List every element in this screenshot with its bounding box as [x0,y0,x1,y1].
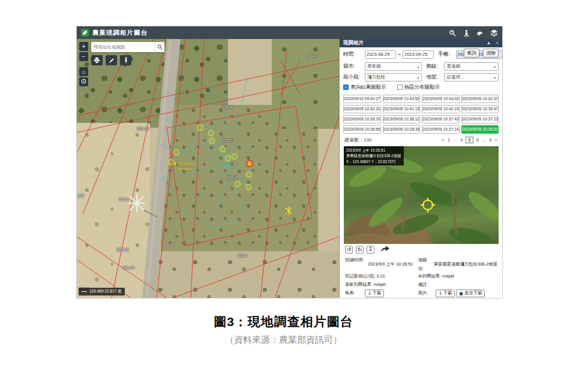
person-search-icon[interactable] [448,29,457,37]
timestamp-button[interactable]: 2023/09/09 10:39:47 [461,105,499,113]
share-icon[interactable] [381,246,389,254]
header-toolbar [448,29,498,37]
download-icon[interactable]: ↧ [367,246,374,254]
county-select[interactable]: 屏東縣▼ [365,62,422,71]
scale-bar [82,291,87,292]
map-canvas[interactable]: 334-7 335-4 335-9 315-10 336-2 336-5 307… [77,39,339,298]
parcel-label: 307 [78,194,85,198]
print-button[interactable] [91,55,103,65]
survey-photo[interactable]: 2023/9/9 上午 10:26:51 屏東縣里港鄉瀰力肚段336-2地號 X… [344,146,499,244]
timestamp-button[interactable]: 2023/09/09 10:28:39 [383,125,421,134]
zoom-in-button[interactable]: + [79,42,88,51]
photo-toolbar: ↺ ↻ ↧ [340,244,502,255]
parcel-label: 地號: [426,74,442,81]
time-label: 時間: [343,51,363,58]
copy-icon: ▣ [459,291,463,296]
streetview-person-button[interactable] [120,55,131,65]
survey-annotation: 瀰力肚段336-2 2023/9/9 [173,161,196,172]
page-next[interactable]: > [494,137,497,143]
download-icon: ↧ [368,291,371,296]
checkbox-checked-icon: ✓ [343,85,349,90]
heatmap-layer-checkbox[interactable]: 熱區分布圖顯示 [397,84,440,91]
timestamp-button[interactable]: 2023/09/09 10:43:52 [383,95,421,103]
town-select[interactable]: 里港鄉▼ [444,62,499,71]
street-view-icon[interactable] [462,29,470,37]
section-select[interactable]: 瀰力肚段▼ [365,73,422,82]
page-ellipsis: ... [482,137,486,143]
timestamp-button[interactable]: 2023/09/09 10:42:20 [343,105,381,113]
zoom-out-button[interactable]: − [79,52,88,61]
expert-result-value: notyet [374,281,386,289]
cadastral-label: 地籍位: [418,256,433,273]
chevron-down-icon: ▼ [417,65,420,69]
timestamp-button[interactable]: 2023/09/09 10:40:19 [422,105,460,113]
section-label: 段小段: [343,74,363,81]
page-9[interactable]: 9 [489,137,491,143]
map-coordinates: 120.469 22.817 度 [79,288,125,295]
page-1[interactable]: 1 [448,137,450,143]
photo-files-label: 照片: [418,289,428,297]
date-to-input[interactable] [403,50,434,59]
report-download-button[interactable]: ↧ 下載 [365,290,385,297]
timestamp-button[interactable]: 2023/09/09 10:38:12 [383,115,421,123]
parcel-label: 336-14 [122,266,134,270]
page-6[interactable]: 6 [476,137,479,143]
layers-icon[interactable] [490,29,498,37]
timestamp-button[interactable]: 2023/09/09 10:42:37 [461,95,499,103]
3d-view-icon[interactable] [476,29,484,37]
batch-download-button[interactable]: ▣ 批次下載 [456,290,485,297]
search-input[interactable] [91,44,154,50]
photo-download-button[interactable]: ↧ 下載 [436,290,455,297]
rotate-left-icon[interactable]: ↺ [345,246,353,254]
draw-pencil-button[interactable] [106,55,117,65]
download-icon: ↧ [439,291,442,296]
parcel-label: 334-7 [308,54,318,58]
parcel-label: 336-5 [119,197,129,201]
date-from-input[interactable] [365,50,396,59]
app-logo-icon [81,29,89,37]
timestamp-button[interactable]: 2023/09/10 09:40:27 [343,95,381,103]
shoot-time-value: 2023/9/9 上午 10:26:51 [368,260,413,269]
close-icon[interactable]: × [496,41,499,46]
parcel-select[interactable]: 請選擇...▼ [444,73,499,82]
rotate-right-icon[interactable]: ↻ [356,246,364,254]
town-label: 鄉鎮: [426,63,442,70]
figure-caption: 圖3：現地調查相片圖台 [0,313,567,330]
locate-button[interactable] [79,77,88,86]
collapse-icon[interactable]: ▲ [486,41,491,46]
timestamp-button[interactable]: 2023/09/09 10:41:15 [383,105,421,113]
expert-result-label: 專家判釋結果: [345,281,373,289]
map-search [91,42,164,52]
timestamp-button[interactable]: 2023/09/09 10:43:03 [422,95,460,103]
clear-button[interactable]: 清除 [483,49,499,58]
app-title: 農業現調相片圖台 [92,29,148,37]
timestamp-button[interactable]: 2023/09/09 10:36:55 [343,125,381,134]
filter-form: 時間: ~ 手機: 查詢 清除 縣市: 屏東縣▼ [340,47,502,94]
photo-target-marker [421,198,435,212]
checkbox-unchecked-icon [397,85,403,90]
map-controls: + − ⌂ [79,42,88,86]
panel-title: 現調相片 [343,40,364,47]
page-5-current[interactable]: 5 [466,137,473,143]
chevron-down-icon: ▼ [417,76,420,80]
app-header: 農業現調相片圖台 [77,26,502,39]
result-layer-checkbox[interactable]: ✓ 查詢結果圖顯示 [343,84,386,91]
county-label: 縣市: [343,63,363,70]
parcel-label: 335-4 [223,105,233,109]
timestamp-button[interactable]: 2023/09/09 10:37:23 [461,115,499,123]
timestamp-button[interactable]: 2023/09/09 10:39:29 [343,115,381,123]
photo-panel: 現調相片 ▲ × 時間: ~ 手機: [339,39,502,297]
timestamp-button[interactable]: 2023/09/09 10:37:43 [422,115,460,123]
home-button[interactable]: ⌂ [79,67,88,76]
timestamp-button[interactable]: 2023/09/09 10:27:14 [422,125,460,134]
panel-titlebar: 現調相片 ▲ × [340,39,502,47]
photo-overlay-text: 2023/9/9 上午 10:26:51 屏東縣里港鄉瀰力肚段336-2地號 X… [344,146,404,165]
page-prev[interactable]: < [442,137,445,143]
area-label: 登記面積(公頃): [345,272,376,281]
map-overlay-graphics [77,39,339,298]
query-button[interactable]: 查詢 [464,49,479,58]
page-4[interactable]: 4 [460,137,463,143]
timestamp-button-selected[interactable]: 2023/09/09 10:26:51 [461,125,499,134]
search-icon[interactable] [154,42,164,52]
chevron-down-icon: ▼ [493,65,496,69]
